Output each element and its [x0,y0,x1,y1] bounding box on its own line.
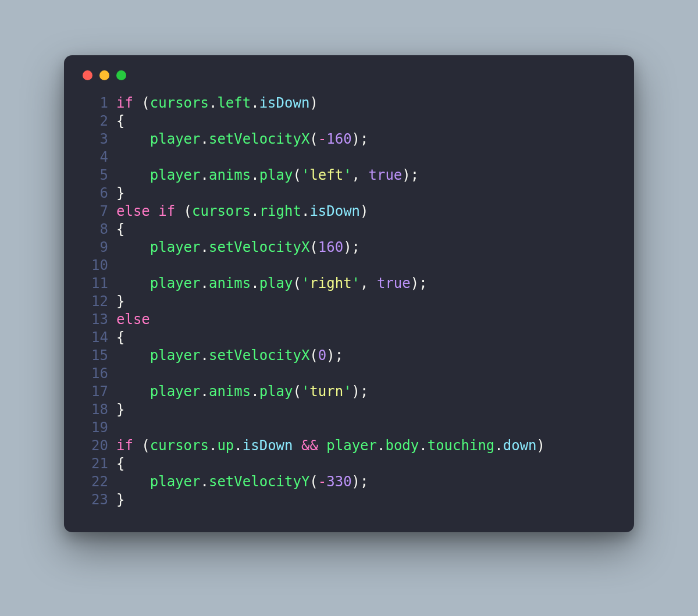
token-ident: play [259,275,293,291]
token-punc: ( [293,275,301,291]
token-ident: player [150,347,201,364]
token-punc: ( [309,347,318,364]
token-ident: player [150,275,201,291]
token-ident: up [217,437,234,454]
token-obj: isDown [243,437,293,454]
line-number: 5 [81,166,116,184]
token-str: turn [309,383,343,400]
token-ident: anims [209,167,251,183]
token-punc [318,437,326,454]
line-number: 16 [81,365,116,383]
token-kw: && [301,437,318,454]
code-line: 4 [81,148,617,166]
token-punc: . [201,239,209,255]
line-content: } [116,293,617,311]
token-punc [116,167,150,183]
code-line: 17 player.anims.play('turn'); [81,383,617,401]
maximize-icon[interactable] [116,70,126,80]
code-line: 20if (cursors.up.isDown && player.body.t… [81,437,617,455]
token-punc: , [360,275,377,291]
line-content: player.anims.play('turn'); [116,383,617,401]
token-obj: down [503,437,537,454]
token-punc: , [352,167,369,183]
token-obj: isDown [309,203,360,219]
token-ident: setVelocityX [209,347,309,364]
token-punc [116,131,150,147]
line-content: player.anims.play('left', true); [116,166,617,184]
token-kw: - [318,473,326,490]
code-line: 23} [81,491,617,509]
token-ident: play [259,383,293,400]
code-line: 2{ [81,112,617,130]
code-line: 8{ [81,220,617,238]
code-line: 10 [81,257,617,275]
line-number: 21 [81,455,116,473]
token-ident: player [150,383,201,400]
token-strq: ' [352,275,360,291]
token-kw: if [116,437,133,454]
token-ident: player [326,437,377,454]
line-content [116,365,617,383]
token-punc: ) [537,437,545,454]
token-kw: else [116,203,150,219]
token-strq: ' [301,275,309,291]
token-punc: } [116,293,124,309]
token-punc: { [116,221,124,237]
code-line: 6} [81,184,617,202]
line-content: else [116,311,617,329]
token-ident: anims [209,383,251,400]
token-kw: if [158,203,175,219]
token-punc: ( [309,239,318,255]
line-number: 18 [81,401,116,419]
token-punc: ); [326,347,343,364]
token-ident: player [150,131,201,147]
token-punc: . [201,383,209,400]
code-line: 9 player.setVelocityX(160); [81,238,617,257]
token-punc: . [251,275,259,291]
token-bool: true [377,275,411,291]
token-ident: setVelocityY [209,473,309,490]
code-block: 1if (cursors.left.isDown)2{3 player.setV… [81,94,617,509]
token-str: right [309,275,351,291]
token-punc: . [201,167,209,183]
token-ident: anims [209,275,251,291]
token-ident: cursors [192,203,251,219]
token-punc: . [251,383,259,400]
token-punc [116,275,150,291]
token-ident: play [259,167,293,183]
code-line: 1if (cursors.left.isDown) [81,94,617,112]
code-line: 3 player.setVelocityX(-160); [81,130,617,148]
token-ident: left [217,95,251,111]
token-strq: ' [301,167,309,183]
token-punc: ( [133,437,150,454]
line-number: 3 [81,130,116,148]
line-content [116,257,617,275]
code-line: 5 player.anims.play('left', true); [81,166,617,184]
close-icon[interactable] [83,70,92,80]
line-content: { [116,455,617,473]
line-content: } [116,491,617,509]
token-str: left [309,167,343,183]
minimize-icon[interactable] [99,70,109,80]
token-punc: . [209,437,217,454]
token-punc: . [234,437,242,454]
token-ident: player [150,167,201,183]
token-punc: . [251,203,259,219]
line-number: 10 [81,257,116,275]
line-number: 6 [81,184,116,202]
token-punc: ) [309,95,318,111]
line-content: player.setVelocityX(0); [116,347,617,365]
token-ident: setVelocityX [209,131,309,147]
token-ident: touching [428,437,495,454]
line-content: { [116,220,617,238]
line-content: player.setVelocityX(-160); [116,130,617,148]
token-kw: else [116,311,150,327]
page-background: 1if (cursors.left.isDown)2{3 player.setV… [0,0,698,616]
token-ident: setVelocityX [209,239,309,255]
line-number: 11 [81,275,116,293]
token-punc [150,203,158,219]
line-number: 9 [81,238,116,257]
token-num: 160 [318,239,343,255]
token-punc: . [201,473,209,490]
code-line: 21{ [81,455,617,473]
